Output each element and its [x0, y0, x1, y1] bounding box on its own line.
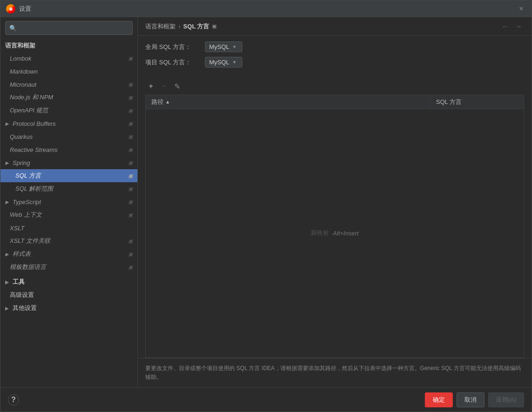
settings-icon: ▣ [128, 199, 133, 205]
sidebar-item-label: 工具 [13, 278, 25, 286]
sidebar-item-sql-scope[interactable]: SQL 解析范围 ▣ [0, 182, 137, 195]
info-text: 要更改文件、目录或整个项目使用的 SQL 方言 IDEA，请根据需要添加其路径，… [138, 358, 532, 387]
sidebar-item-markdown[interactable]: Markdown [0, 65, 137, 78]
dialog-body: 🔍 语言和框架 Lombok ▣ Markdown [0, 17, 532, 387]
sidebar-item-quarkus[interactable]: Quarkus ▣ [0, 130, 137, 143]
breadcrumb-nav: ← → [500, 21, 524, 32]
expand-icon: ▶ [5, 199, 9, 205]
sidebar-item-label: 高级设置 [10, 291, 34, 299]
chevron-down-icon: ▼ [232, 44, 237, 49]
breadcrumb-icon: ▣ [212, 23, 217, 29]
main-content: 语言和框架 › SQL 方言 ▣ ← → 全局 SQL 方言： MySQL ▼ [138, 17, 532, 387]
sidebar-item-label: XSLT [10, 225, 25, 232]
close-button[interactable]: × [517, 4, 526, 14]
section-header-languages: 语言和框架 [0, 39, 137, 52]
app-icon: ⊕ [6, 4, 15, 14]
dialect-column-header: SQL 方言 [430, 95, 524, 109]
sidebar-item-other[interactable]: ▶ 其他设置 [0, 302, 137, 315]
path-column-header: 路径 ▲ [146, 95, 430, 109]
expand-icon: ▶ [5, 121, 9, 126]
sidebar-item-sql-dialect[interactable]: SQL 方言 ▣ [0, 169, 137, 182]
apply-button[interactable]: 应用(A) [488, 392, 524, 407]
sidebar-item-lombok[interactable]: Lombok ▣ [0, 52, 137, 65]
project-dialect-row: 项目 SQL 方言： MySQL ▼ [145, 57, 524, 68]
sidebar-item-template[interactable]: 模板数据语言 ▣ [0, 261, 137, 274]
sort-icon: ▲ [165, 99, 170, 104]
sidebar-item-tools[interactable]: ▶ 工具 [0, 275, 137, 288]
edit-button[interactable]: ✎ [171, 81, 183, 92]
sidebar-item-protobuf[interactable]: ▶ Protocol Buffers ▣ [0, 117, 137, 130]
sidebar-item-label: OpenAPI 规范 [10, 106, 48, 115]
sidebar-item-label: Web 上下文 [10, 211, 42, 219]
sidebar-item-label: Node.js 和 NPM [10, 93, 53, 102]
title-bar: ⊕ 设置 × [0, 0, 532, 17]
sidebar-item-reactive[interactable]: Reactive Streams ▣ [0, 143, 137, 156]
sidebar-item-label: TypeScript [13, 199, 41, 206]
project-dialect-dropdown[interactable]: MySQL ▼ [205, 57, 242, 68]
empty-hint-text: 新映射 [311, 229, 329, 237]
dialog-footer: ? 确定 取消 应用(A) [0, 387, 532, 412]
settings-area: 全局 SQL 方言： MySQL ▼ 项目 SQL 方言： MySQL ▼ [138, 36, 532, 78]
settings-icon: ▣ [128, 160, 133, 166]
sidebar-item-advanced[interactable]: 高级设置 [0, 288, 137, 302]
breadcrumb-current: SQL 方言 [183, 22, 209, 31]
help-button[interactable]: ? [8, 394, 19, 405]
sidebar-item-label: SQL 解析范围 [15, 185, 53, 193]
sidebar-item-stylesheets[interactable]: ▶ 样式表 ▣ [0, 247, 137, 261]
confirm-button[interactable]: 确定 [425, 392, 453, 407]
sidebar-item-label: 样式表 [13, 250, 31, 258]
sidebar-item-label: Quarkus [10, 133, 33, 140]
sidebar-item-label: SQL 方言 [15, 172, 41, 180]
dialog-title: 设置 [19, 5, 31, 13]
settings-icon: ▣ [128, 121, 133, 127]
project-dialect-label: 项目 SQL 方言： [145, 58, 201, 67]
title-bar-left: ⊕ 设置 [6, 4, 31, 14]
settings-icon: ▣ [128, 95, 133, 101]
settings-icon: ▣ [128, 173, 133, 179]
footer-right: 确定 取消 应用(A) [425, 392, 524, 407]
sidebar-item-label: Micronaut [10, 81, 36, 88]
sidebar-scroll: 语言和框架 Lombok ▣ Markdown Mi [0, 39, 137, 387]
back-button[interactable]: ← [500, 21, 511, 32]
remove-button[interactable]: − [158, 81, 170, 92]
settings-icon: ▣ [128, 251, 133, 257]
sidebar-item-micronaut[interactable]: Micronaut ▣ [0, 78, 137, 91]
sidebar-item-xslt-assoc[interactable]: XSLT 文件关联 ▣ [0, 234, 137, 247]
sidebar: 🔍 语言和框架 Lombok ▣ Markdown [0, 17, 138, 387]
cancel-button[interactable]: 取消 [457, 392, 484, 407]
search-input[interactable] [20, 25, 129, 32]
breadcrumb-separator: › [178, 23, 180, 30]
sidebar-item-xslt[interactable]: XSLT [0, 221, 137, 234]
global-dialect-dropdown[interactable]: MySQL ▼ [205, 41, 242, 52]
sidebar-item-label: Markdown [10, 68, 38, 75]
breadcrumb-parent: 语言和框架 [145, 22, 176, 31]
settings-icon: ▣ [128, 212, 133, 218]
sidebar-item-label: Spring [13, 159, 30, 166]
empty-hint: 新映射 Alt+Insert [311, 229, 358, 237]
sidebar-item-spring[interactable]: ▶ Spring ▣ [0, 156, 137, 169]
path-header-label: 路径 [151, 98, 164, 106]
mapping-table: 路径 ▲ SQL 方言 新映射 Alt+Insert [145, 95, 524, 358]
table-header: 路径 ▲ SQL 方言 [146, 95, 524, 109]
settings-icon: ▣ [128, 108, 133, 114]
sidebar-item-typescript[interactable]: ▶ TypeScript ▣ [0, 195, 137, 208]
sidebar-item-openapi[interactable]: OpenAPI 规范 ▣ [0, 104, 137, 117]
footer-left: ? [8, 394, 19, 405]
sidebar-item-nodejs[interactable]: Node.js 和 NPM ▣ [0, 91, 137, 104]
settings-icon: ▣ [128, 147, 133, 153]
global-dialect-label: 全局 SQL 方言： [145, 43, 201, 51]
sidebar-item-web[interactable]: Web 上下文 ▣ [0, 208, 137, 221]
sidebar-item-label: Lombok [10, 55, 31, 62]
sidebar-item-label: XSLT 文件关联 [10, 237, 50, 245]
settings-icon: ▣ [128, 238, 133, 244]
global-dialect-row: 全局 SQL 方言： MySQL ▼ [145, 41, 524, 52]
forward-button[interactable]: → [513, 21, 524, 32]
breadcrumb-left: 语言和框架 › SQL 方言 ▣ [145, 22, 217, 31]
expand-icon: ▶ [5, 160, 9, 165]
expand-icon: ▶ [5, 306, 9, 311]
add-button[interactable]: + [145, 81, 157, 92]
sidebar-item-label: Reactive Streams [10, 146, 58, 153]
sidebar-item-label: 模板数据语言 [10, 263, 46, 271]
info-text-content: 要更改文件、目录或整个项目使用的 SQL 方言 IDEA，请根据需要添加其路径，… [145, 365, 521, 380]
search-box[interactable]: 🔍 [5, 21, 133, 35]
